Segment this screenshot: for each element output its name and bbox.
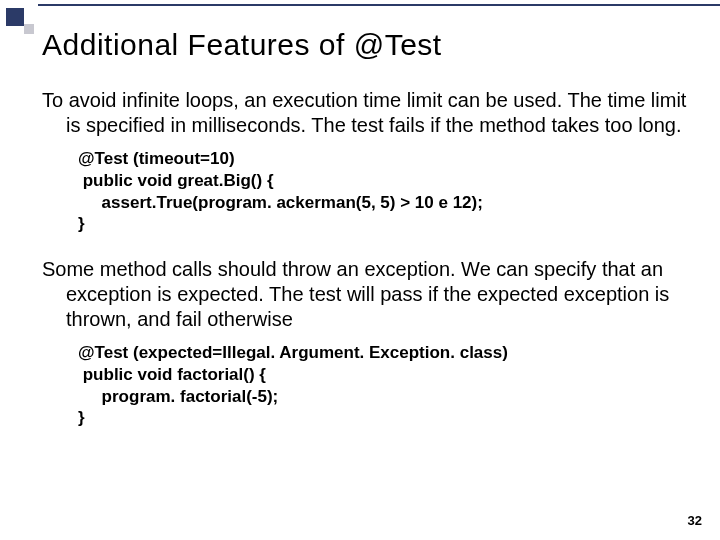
- slide-title: Additional Features of @Test: [42, 28, 690, 62]
- paragraph-2: Some method calls should throw an except…: [42, 257, 690, 332]
- code-block-1: @Test (timeout=10) public void great.Big…: [42, 148, 690, 235]
- slide-content: Additional Features of @Test To avoid in…: [42, 28, 690, 451]
- top-rule: [38, 4, 720, 6]
- paragraph-1: To avoid infinite loops, an execution ti…: [42, 88, 690, 138]
- code-block-2: @Test (expected=Illegal. Argument. Excep…: [42, 342, 690, 429]
- page-number: 32: [688, 513, 702, 528]
